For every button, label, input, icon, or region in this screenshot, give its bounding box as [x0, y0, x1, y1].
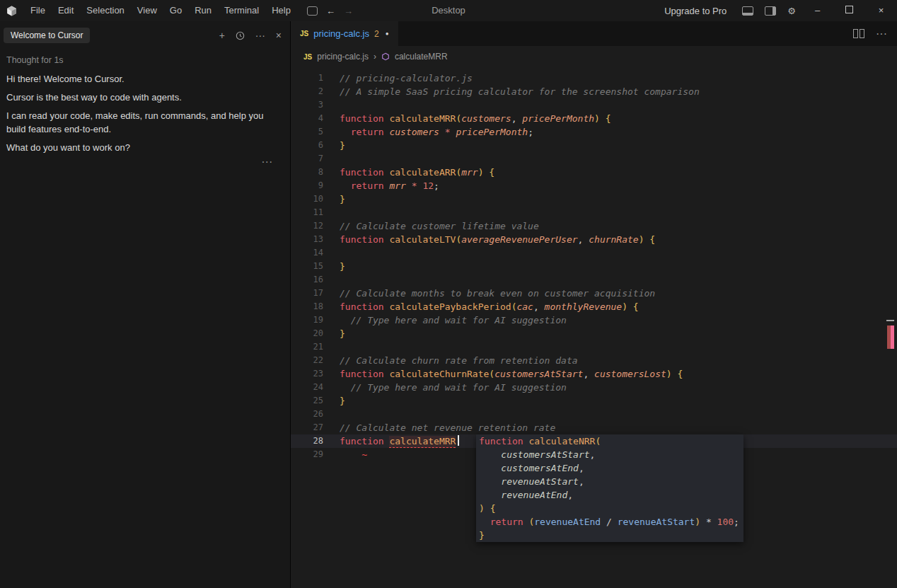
- code-token: [600, 113, 606, 124]
- code-line[interactable]: 26: [291, 408, 897, 421]
- line-number: 21: [291, 340, 323, 354]
- line-content: function calculateARR(mrr) {: [323, 166, 494, 179]
- chat-tab-welcome[interactable]: Welcome to Cursor: [4, 28, 90, 43]
- close-button[interactable]: ×: [865, 0, 897, 21]
- code-line[interactable]: 9 return mrr * 12;: [291, 179, 897, 192]
- minimize-button[interactable]: –: [801, 0, 833, 21]
- menu-terminal[interactable]: Terminal: [218, 0, 265, 21]
- modified-dot-icon[interactable]: ●: [386, 30, 389, 37]
- upgrade-to-pro-button[interactable]: Upgrade to Pro: [664, 6, 727, 16]
- editor-more-icon[interactable]: ···: [876, 28, 887, 40]
- line-content: [323, 408, 340, 421]
- code-token: ;: [528, 127, 533, 137]
- code-token: {: [633, 301, 639, 312]
- code-token: function: [340, 369, 389, 379]
- code-line[interactable]: 7: [291, 152, 897, 166]
- maximize-button[interactable]: [833, 0, 865, 21]
- code-line[interactable]: 12// Calculate customer lifetime value: [291, 219, 897, 233]
- breadcrumb-chevron-icon: ›: [374, 52, 376, 62]
- code-token: *: [445, 127, 451, 137]
- line-number: 5: [291, 125, 323, 139]
- settings-gear-icon[interactable]: ⚙: [782, 6, 801, 16]
- breadcrumb-symbol[interactable]: calculateMRR: [395, 52, 448, 62]
- new-chat-icon[interactable]: +: [219, 30, 225, 41]
- menu-view[interactable]: View: [131, 0, 163, 21]
- code-line[interactable]: 27// Calculate net revenue retention rat…: [291, 421, 897, 434]
- line-number: 26: [291, 408, 323, 421]
- code-line[interactable]: 23function calculateChurnRate(customersA…: [291, 367, 897, 381]
- code-line[interactable]: 13function calculateLTV(averageRevenuePe…: [291, 233, 897, 246]
- code-editor[interactable]: 1// pricing-calculator.js2// A simple Sa…: [291, 67, 897, 588]
- code-line[interactable]: 15}: [291, 260, 897, 273]
- line-number: 3: [291, 98, 323, 112]
- code-token: (: [489, 369, 494, 379]
- code-line[interactable]: 19 // Type here and wait for AI suggesti…: [291, 313, 897, 327]
- line-number: 2: [291, 85, 323, 98]
- code-line[interactable]: 1// pricing-calculator.js: [291, 71, 897, 85]
- code-token: (: [595, 436, 601, 446]
- line-content: }: [323, 192, 345, 206]
- code-line[interactable]: 21: [291, 340, 897, 354]
- line-content: function calculateChurnRate(customersAtS…: [323, 367, 683, 381]
- message-overflow-icon[interactable]: ...: [262, 153, 273, 166]
- problems-badge: 2: [374, 29, 379, 39]
- line-content: }: [323, 139, 345, 152]
- back-icon[interactable]: ←: [326, 6, 335, 16]
- code-token: function: [479, 436, 528, 446]
- thought-label[interactable]: Thought for 1s: [6, 54, 282, 67]
- toggle-secondary-sidebar-icon[interactable]: [759, 6, 782, 16]
- code-token: // Calculate churn rate from retention d…: [340, 355, 578, 366]
- close-chat-icon[interactable]: ×: [276, 30, 282, 41]
- code-line[interactable]: 11: [291, 206, 897, 219]
- menu-run[interactable]: Run: [188, 0, 218, 21]
- code-token: revenueAtEnd: [534, 517, 601, 527]
- code-token: 12: [422, 180, 434, 191]
- code-token: customersLost: [594, 369, 666, 379]
- code-line[interactable]: 8function calculateARR(mrr) {: [291, 166, 897, 179]
- code-line[interactable]: 25}: [291, 394, 897, 408]
- code-token: ): [478, 167, 484, 178]
- code-line[interactable]: 16: [291, 273, 897, 287]
- command-center-icon[interactable]: [307, 6, 318, 16]
- line-content: // Calculate net revenue retention rate: [323, 421, 555, 434]
- menu-selection[interactable]: Selection: [80, 0, 130, 21]
- code-line[interactable]: 18function calculatePaybackPeriod(cac, m…: [291, 300, 897, 313]
- tab-label: pricing-calc.js: [313, 28, 369, 39]
- code-token: [340, 382, 351, 393]
- code-token: calculatePaybackPeriod: [389, 301, 511, 312]
- code-line[interactable]: 5 return customers * pricePerMonth;: [291, 125, 897, 139]
- breadcrumb-file[interactable]: pricing-calc.js: [317, 52, 369, 62]
- code-line[interactable]: 20}: [291, 327, 897, 340]
- menu-go[interactable]: Go: [163, 0, 188, 21]
- code-token: {: [490, 503, 496, 514]
- ai-suggestion-popup[interactable]: function calculateNRR( customersAtStart,…: [476, 434, 743, 542]
- code-line[interactable]: 10}: [291, 192, 897, 206]
- history-clock-icon[interactable]: [236, 31, 245, 40]
- error-squiggle-icon: ~: [361, 449, 367, 460]
- code-line[interactable]: 17// Calculate months to break even on c…: [291, 287, 897, 300]
- code-line[interactable]: 24 // Type here and wait for AI suggesti…: [291, 381, 897, 394]
- menu-edit[interactable]: Edit: [52, 0, 80, 21]
- line-content: }: [323, 394, 345, 408]
- line-number: 9: [291, 179, 323, 192]
- menu-file[interactable]: File: [24, 0, 52, 21]
- code-line[interactable]: 22// Calculate churn rate from retention…: [291, 354, 897, 367]
- code-line[interactable]: 6}: [291, 139, 897, 152]
- split-editor-icon[interactable]: [853, 29, 864, 38]
- line-content: [323, 152, 340, 166]
- code-line[interactable]: 14: [291, 246, 897, 260]
- tab-pricing-calc[interactable]: JS pricing-calc.js 2 ●: [291, 21, 398, 46]
- code-token: // Type here and wait for AI suggestion: [351, 382, 567, 393]
- line-content: return mrr * 12;: [323, 179, 439, 192]
- overview-ruler-error-mark[interactable]: [887, 325, 894, 349]
- toggle-panel-icon[interactable]: [736, 6, 759, 16]
- code-line[interactable]: 3: [291, 98, 897, 112]
- forward-icon[interactable]: →: [344, 6, 353, 16]
- more-actions-icon[interactable]: ···: [255, 30, 265, 41]
- chat-message: Cursor is the best way to code with agen…: [6, 91, 270, 104]
- code-line[interactable]: 4function calculateMRR(customers, priceP…: [291, 112, 897, 125]
- code-line[interactable]: 2// A simple SaaS pricing calculator for…: [291, 85, 897, 98]
- code-token: ): [639, 234, 644, 245]
- menu-help[interactable]: Help: [265, 0, 297, 21]
- line-number: 24: [291, 381, 323, 394]
